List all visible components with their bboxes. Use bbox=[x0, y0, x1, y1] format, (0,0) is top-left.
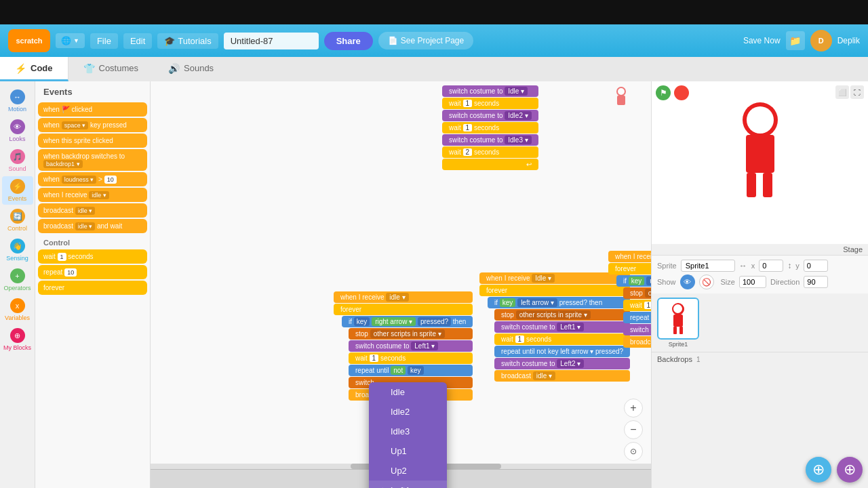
direction-input[interactable] bbox=[804, 276, 828, 288]
block-when-key[interactable]: when space ▾ key pressed bbox=[38, 118, 147, 132]
sidebar-item-sound[interactable]: 🎵 Sound bbox=[2, 146, 33, 175]
edit-button[interactable]: Edit bbox=[123, 33, 152, 49]
dropdown-item-up2[interactable]: Up2 bbox=[369, 461, 447, 481]
block-broadcast[interactable]: broadcast idle ▾ bbox=[38, 203, 147, 218]
sprite-label: Sprite bbox=[657, 262, 677, 270]
dropdown-item-left1[interactable]: ✓ Left1 bbox=[369, 481, 447, 488]
block-repeat[interactable]: repeat 10 bbox=[38, 265, 147, 279]
y-label: y bbox=[795, 262, 800, 270]
y-arrow-icon: ↕ bbox=[787, 261, 791, 270]
events-section-title: Events bbox=[38, 84, 147, 101]
x-arrow-icon: ↔ bbox=[739, 261, 747, 270]
sprite-name-input[interactable] bbox=[681, 260, 735, 272]
right-panel: ⚑ ⬜ ⛶ bbox=[651, 81, 868, 488]
block-broadcast-wait[interactable]: broadcast idle ▾ and wait bbox=[38, 219, 147, 233]
sidebar-item-operators[interactable]: + Operators bbox=[2, 266, 33, 294]
sidebar-item-looks[interactable]: 👁 Looks bbox=[2, 117, 33, 145]
stage-small-button[interactable]: ⬜ bbox=[835, 85, 849, 99]
block-when-clicked[interactable]: when 🚩 clicked bbox=[38, 102, 147, 117]
costumes-icon: 👕 bbox=[83, 63, 95, 74]
stage-area: ⚑ ⬜ ⛶ bbox=[652, 81, 868, 244]
stage-large-button[interactable]: ⛶ bbox=[850, 85, 864, 99]
add-sprite-area: ⊕ ⊕ bbox=[806, 457, 863, 483]
stage-label-area: Stage bbox=[652, 244, 868, 255]
code-label: Code bbox=[31, 63, 53, 73]
sidebar-item-motion[interactable]: ↔ Motion bbox=[2, 87, 33, 115]
tutorials-button[interactable]: 🎓 Tutorials bbox=[157, 33, 218, 49]
globe-chevron: ▼ bbox=[73, 37, 79, 44]
looks-icon: 👁 bbox=[10, 119, 25, 134]
left1-dropdown-trigger[interactable]: Left1 ▾ bbox=[411, 342, 438, 350]
zoom-reset-button[interactable]: ⊙ bbox=[624, 442, 643, 461]
block-group-1: switch costume to Idle ▾ wait 1 seconds … bbox=[442, 85, 538, 170]
dropdown-item-idle2[interactable]: Idle2 bbox=[369, 402, 447, 422]
stage-sprite bbox=[743, 102, 778, 197]
mini-sprite-canvas bbox=[615, 87, 627, 106]
share-button[interactable]: Share bbox=[324, 32, 373, 50]
block-when-backdrop[interactable]: when backdrop switches to backdrop1 ▾ bbox=[38, 149, 147, 171]
control-icon: 🔄 bbox=[10, 209, 25, 224]
sidebar-item-variables[interactable]: x Variables bbox=[2, 296, 33, 324]
add-backdrop-button[interactable]: ⊕ bbox=[837, 457, 863, 483]
block-when-sprite-clicked[interactable]: when this sprite clicked bbox=[38, 134, 147, 148]
scratch-logo[interactable]: scratch bbox=[8, 29, 50, 52]
folder-icon-button[interactable]: 📁 bbox=[786, 31, 805, 50]
block-wait[interactable]: wait 1 seconds bbox=[38, 249, 147, 264]
size-input[interactable] bbox=[739, 276, 766, 288]
sidebar-item-sensing[interactable]: 👋 Sensing bbox=[2, 236, 33, 264]
stop-button[interactable] bbox=[674, 85, 689, 100]
see-project-icon: 📄 bbox=[388, 36, 398, 45]
code-icon: ⚡ bbox=[15, 63, 26, 74]
block-when-receive[interactable]: when I receive idle ▾ bbox=[38, 188, 147, 202]
x-input[interactable] bbox=[759, 260, 783, 272]
see-project-label: See Project Page bbox=[401, 36, 464, 45]
sensing-icon: 👋 bbox=[10, 239, 25, 253]
variables-icon: x bbox=[10, 298, 25, 313]
backdrops-label: Backdrops bbox=[657, 355, 692, 363]
zoom-out-button[interactable]: − bbox=[624, 420, 643, 439]
operators-icon: + bbox=[10, 268, 25, 283]
y-input[interactable] bbox=[804, 260, 828, 272]
save-now-button[interactable]: Save Now bbox=[743, 36, 781, 45]
left-sidebar: ↔ Motion 👁 Looks 🎵 Sound ⚡ Events 🔄 Cont… bbox=[0, 81, 35, 488]
project-title-input[interactable] bbox=[224, 33, 319, 49]
block-forever[interactable]: forever bbox=[38, 281, 147, 295]
show-eye-button[interactable]: 👁 bbox=[680, 274, 695, 289]
backdrops-count: 1 bbox=[696, 356, 701, 363]
sounds-label: Sounds bbox=[184, 63, 214, 73]
sprite-thumb-label: Sprite1 bbox=[669, 341, 688, 348]
blocks-panel: Events when 🚩 clicked when space ▾ key p… bbox=[35, 81, 151, 488]
tutorials-icon: 🎓 bbox=[164, 36, 175, 46]
hide-eye-button[interactable]: 🚫 bbox=[699, 274, 714, 289]
size-label: Size bbox=[721, 278, 735, 286]
sprite-thumb-sprite1[interactable]: Sprite1 bbox=[657, 298, 699, 348]
sub-header: ⚡ Code 👕 Costumes 🔊 Sounds bbox=[0, 57, 868, 81]
file-button[interactable]: File bbox=[90, 33, 118, 49]
globe-icon: 🌐 bbox=[61, 36, 71, 45]
tab-costumes[interactable]: 👕 Costumes bbox=[68, 57, 154, 81]
stage-controls: ⚑ bbox=[656, 85, 689, 100]
green-flag-button[interactable]: ⚑ bbox=[656, 85, 671, 100]
block-when-loudness[interactable]: when loudness ▾ > 10 bbox=[38, 172, 147, 186]
script-area[interactable]: switch costume to Idle ▾ wait 1 seconds … bbox=[151, 81, 651, 488]
stage-resize-controls: ⬜ ⛶ bbox=[835, 85, 864, 99]
tutorials-label: Tutorials bbox=[178, 36, 211, 46]
sidebar-item-myblocks[interactable]: ⊕ My Blocks bbox=[2, 325, 33, 354]
zoom-in-button[interactable]: + bbox=[624, 399, 643, 418]
dropdown-item-idle3[interactable]: Idle3 bbox=[369, 422, 447, 441]
block-group-3: when I receive Idle ▾ forever if key lef… bbox=[479, 272, 630, 382]
myblocks-icon: ⊕ bbox=[10, 328, 25, 343]
tab-sounds[interactable]: 🔊 Sounds bbox=[153, 57, 229, 81]
globe-button[interactable]: 🌐 ▼ bbox=[56, 33, 85, 48]
dropdown-item-up1[interactable]: Up1 bbox=[369, 441, 447, 461]
show-label: Show bbox=[657, 278, 676, 286]
dropdown-item-idle[interactable]: Idle bbox=[369, 382, 447, 402]
sidebar-item-control[interactable]: 🔄 Control bbox=[2, 206, 33, 235]
see-project-button[interactable]: 📄 See Project Page bbox=[378, 32, 473, 49]
zoom-controls: + − ⊙ bbox=[624, 399, 643, 461]
block-group-4: when I receive idle ▾ forever if key up … bbox=[608, 251, 651, 348]
costume-dropdown-menu[interactable]: Idle Idle2 Idle3 Up1 Up2 ✓ Left1 Left2 R… bbox=[369, 382, 447, 488]
tab-code[interactable]: ⚡ Code bbox=[0, 57, 68, 81]
add-sprite-button[interactable]: ⊕ bbox=[806, 457, 831, 483]
sidebar-item-events[interactable]: ⚡ Events bbox=[2, 176, 33, 205]
